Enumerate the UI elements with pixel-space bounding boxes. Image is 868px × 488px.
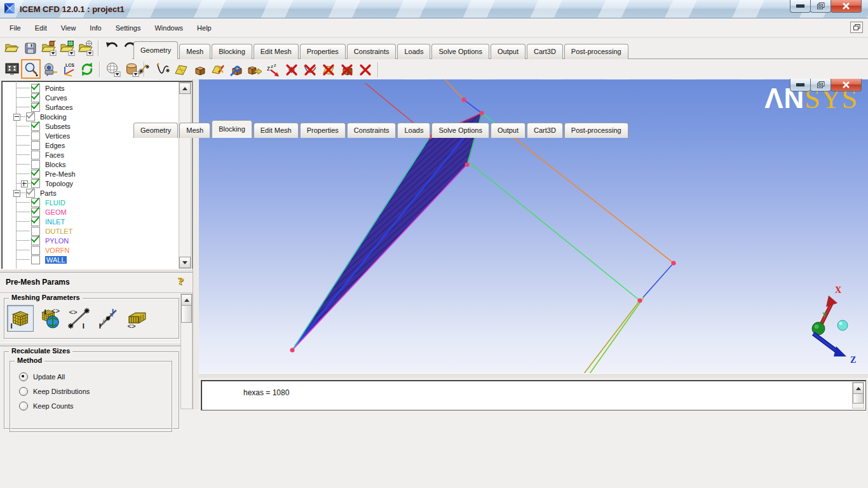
tree-label[interactable]: Edges	[45, 142, 65, 149]
vertex-dot[interactable]	[461, 97, 466, 102]
tree-checkbox[interactable]	[31, 255, 40, 264]
tree-checkbox[interactable]	[31, 217, 40, 226]
delete-surface-icon[interactable]	[319, 60, 337, 79]
mdi-restore-button[interactable]	[850, 22, 863, 33]
radio-update-all[interactable]: Update All	[19, 369, 172, 384]
tree-checkbox[interactable]	[31, 151, 40, 159]
edge-params-icon[interactable]: <>I	[65, 305, 92, 332]
open-project-icon[interactable]	[3, 39, 21, 57]
radio-button[interactable]	[19, 387, 28, 396]
tree-checkbox[interactable]	[26, 189, 35, 198]
tab-mesh[interactable]: Mesh	[179, 123, 210, 138]
transform-geometry-icon[interactable]	[227, 60, 245, 79]
minimize-button[interactable]	[790, 0, 811, 13]
tree-label[interactable]: WALL	[45, 256, 67, 264]
tree-label[interactable]: Subsets	[45, 123, 71, 130]
tab-output[interactable]: Output	[491, 44, 526, 59]
scroll-down-button[interactable]	[179, 257, 191, 268]
scroll-up-button[interactable]	[853, 383, 864, 394]
tree-item-fluid[interactable]: FLUID	[2, 198, 179, 207]
scroll-thumb[interactable]	[853, 393, 864, 403]
tab-output[interactable]: Output	[491, 123, 526, 138]
fit-window-icon[interactable]	[3, 60, 21, 78]
tree-checkbox[interactable]	[31, 132, 40, 140]
tree-label[interactable]: OUTLET	[45, 227, 72, 235]
part-mesh-params-icon[interactable]: I<>	[36, 305, 63, 332]
sphere-display-icon[interactable]	[104, 60, 122, 78]
tree-item-outlet[interactable]: OUTLET	[2, 226, 179, 236]
local-coord-icon[interactable]: LCS	[59, 60, 78, 78]
extrude-icon[interactable]	[245, 60, 264, 79]
delete-point-icon[interactable]	[282, 60, 301, 79]
tab-loads[interactable]: Loads	[397, 123, 430, 138]
vertex-dot[interactable]	[465, 162, 469, 166]
block-mesh-params-icon[interactable]: <>	[124, 305, 151, 332]
scroll-up-button[interactable]	[181, 294, 192, 306]
panel-splitter[interactable]	[0, 342, 193, 346]
zoom-icon[interactable]	[21, 59, 41, 79]
tree-item-parts[interactable]: Parts	[2, 188, 179, 198]
tab-edit-mesh[interactable]: Edit Mesh	[254, 123, 299, 138]
tree-label[interactable]: Blocks	[45, 161, 65, 168]
tree-label[interactable]: Vertices	[45, 132, 70, 140]
tab-geometry[interactable]: Geometry	[133, 123, 178, 138]
restore-button[interactable]	[810, 79, 831, 92]
tab-geometry[interactable]: Geometry	[133, 41, 178, 59]
menu-windows[interactable]: Windows	[147, 22, 190, 34]
tree-item-pre-mesh[interactable]: Pre-Mesh	[2, 169, 179, 179]
menu-view[interactable]: View	[54, 22, 83, 34]
delete-body-icon[interactable]	[337, 60, 356, 79]
tree-expander[interactable]	[13, 114, 20, 121]
tree-label[interactable]: Faces	[45, 151, 64, 159]
tree-label[interactable]: GEOM	[45, 208, 67, 216]
open-mesh-icon[interactable]	[58, 39, 76, 57]
tab-edit-mesh[interactable]: Edit Mesh	[254, 44, 299, 59]
vertex-dot[interactable]	[479, 111, 484, 115]
radio-keep-distributions[interactable]: Keep Distributions	[19, 384, 172, 398]
save-project-icon[interactable]	[21, 39, 39, 57]
tree-label[interactable]: Surfaces	[45, 104, 72, 111]
create-curve-icon[interactable]	[153, 60, 172, 79]
delete-any-icon[interactable]	[356, 60, 374, 79]
vertex-dot[interactable]	[671, 261, 675, 265]
tree-checkbox[interactable]	[26, 112, 35, 121]
tab-cart3d[interactable]: Cart3D	[527, 123, 563, 138]
menu-edit[interactable]: Edit	[28, 22, 54, 34]
tree-item-faces[interactable]: Faces	[2, 150, 179, 159]
tree-label[interactable]: Blocking	[40, 113, 67, 121]
tree-label[interactable]: Curves	[45, 94, 67, 102]
refresh-icon[interactable]	[78, 60, 96, 78]
tree-label[interactable]: Points	[45, 85, 65, 92]
delete-curve-icon[interactable]	[301, 60, 319, 79]
create-surface-icon[interactable]	[172, 60, 190, 79]
message-scrollbar[interactable]	[852, 382, 864, 409]
tab-solve-options[interactable]: Solve Options	[431, 123, 489, 138]
vertex-dot[interactable]	[290, 348, 294, 352]
tree-checkbox[interactable]	[31, 246, 40, 255]
tree-expander[interactable]	[13, 190, 20, 197]
tab-properties[interactable]: Properties	[300, 44, 346, 59]
tree-item-curves[interactable]: Curves	[2, 93, 179, 102]
scroll-thumb[interactable]	[181, 305, 192, 323]
tree-expander[interactable]	[21, 180, 28, 187]
tree-item-geom[interactable]: GEOM	[2, 207, 179, 217]
tree-item-topology[interactable]: Topology	[2, 179, 179, 188]
measure-icon[interactable]: z	[41, 60, 59, 78]
menu-file[interactable]: File	[3, 22, 28, 34]
menu-help[interactable]: Help	[190, 22, 219, 34]
open-blocking-icon[interactable]	[76, 39, 95, 57]
vertex-dot[interactable]	[637, 298, 642, 302]
close-button[interactable]	[831, 79, 862, 92]
radio-keep-counts[interactable]: Keep Counts	[19, 398, 172, 413]
global-mesh-params-icon[interactable]: I	[7, 305, 34, 332]
tab-post-processing[interactable]: Post-processing	[564, 44, 628, 59]
scroll-up-button[interactable]	[179, 83, 191, 94]
radio-button[interactable]	[19, 372, 28, 381]
tree-item-vorfn[interactable]: VORFN	[2, 245, 179, 255]
undo-icon[interactable]	[102, 39, 121, 57]
tree-label[interactable]: INLET	[45, 218, 65, 226]
tree-item-blocks[interactable]: Blocks	[2, 159, 179, 169]
tree-item-inlet[interactable]: INLET	[2, 217, 179, 226]
minimize-button[interactable]	[790, 79, 811, 92]
tree-checkbox[interactable]	[31, 122, 40, 131]
